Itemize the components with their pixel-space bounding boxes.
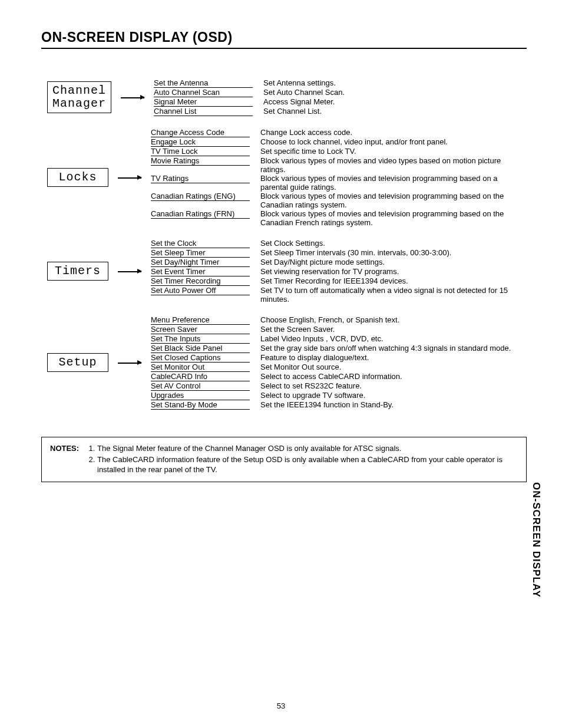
items-block: Set the AntennaSet Antenna settings.Auto… [154,78,527,116]
item-row: Set Timer RecordingSet Timer Recording f… [151,276,527,286]
item-label: Set The Inputs [151,334,250,344]
note-item: The CableCARD information feature of the… [97,454,518,475]
item-label: Change Access Code [151,128,250,137]
item-row: Canadian Ratings (ENG)Block various type… [151,192,527,209]
item-description: Block various types of movies and video … [250,156,527,174]
item-description: Access Signal Meter. [253,97,527,106]
item-description: Set Channel List. [253,107,527,116]
item-description: Block various types of movies and televi… [250,192,527,209]
item-description: Set the IEEE1394 function in Stand-By. [250,400,527,409]
item-row: Movie RatingsBlock various types of movi… [151,156,527,174]
item-label: Menu Preference [151,315,250,325]
section-row: LocksChange Access CodeChange Lock acces… [47,128,527,227]
side-tab: ON-SCREEN DISPLAY [530,482,542,598]
item-row: UpgradesSelect to upgrade TV software. [151,391,527,400]
item-description: Select to upgrade TV software. [250,391,527,400]
item-row: Set the AntennaSet Antenna settings. [154,78,527,88]
items-block: Menu PreferenceChoose English, French, o… [151,315,527,410]
item-label: Engage Lock [151,137,250,147]
category-box: Locks [47,168,108,187]
item-row: Set the ClockSet Clock Settings. [151,239,527,248]
item-row: Set Stand-By ModeSet the IEEE1394 functi… [151,400,527,410]
item-description: Feature to display dialogue/text. [250,353,527,362]
item-description: Set the gray side bars on/off when watch… [250,344,527,353]
item-row: Set Sleep TimerSet Sleep Timer intervals… [151,248,527,258]
item-label: Set Stand-By Mode [151,400,250,410]
item-row: Set Day/Night TimerSet Day/Night picture… [151,258,527,267]
item-description: Set Monitor Out source. [250,363,527,371]
arrow-icon [118,271,141,272]
item-label: Set Event Timer [151,267,250,276]
item-description: Label Video Inputs , VCR, DVD, etc. [250,334,527,343]
item-description: Set Sleep Timer intervals (30 min. inter… [250,248,527,257]
item-row: Canadian Ratings (FRN)Block various type… [151,209,527,227]
item-description: Select to access CableCARD information. [250,372,527,381]
sections-container: Channel ManagerSet the AntennaSet Antenn… [47,78,527,410]
item-description: Select to set RS232C feature. [250,381,527,390]
item-label: Set Closed Captions [151,353,250,363]
item-label: Canadian Ratings (FRN) [151,209,250,219]
item-row: Set Auto Power OffSet TV to turn off aut… [151,286,527,304]
item-row: Set The InputsLabel Video Inputs , VCR, … [151,334,527,344]
item-description: Set Antenna settings. [253,78,527,87]
item-label: Set Sleep Timer [151,248,250,258]
item-label: Upgrades [151,391,250,400]
arrow-icon [118,362,141,363]
item-description: Set specific time to Lock TV. [250,147,527,156]
item-description: Block various types of movies and televi… [250,174,527,192]
item-description: Block various types of movies and televi… [250,209,527,227]
section-row: Channel ManagerSet the AntennaSet Antenn… [47,78,527,116]
item-row: Set Event TimerSet viewing reservation f… [151,267,527,276]
item-description: Set Auto Channel Scan. [253,88,527,97]
item-description: Set TV to turn off automatically when a … [250,286,527,304]
item-row: Change Access CodeChange Lock access cod… [151,128,527,137]
item-row: Auto Channel ScanSet Auto Channel Scan. [154,88,527,97]
item-row: Engage LockChoose to lock channel, video… [151,137,527,147]
item-description: Set viewing reservation for TV programs. [250,267,527,276]
item-label: Channel List [154,107,253,116]
item-row: TV RatingsBlock various types of movies … [151,174,527,192]
page-title: ON-SCREEN DISPLAY (OSD) [41,29,527,49]
item-row: Set Closed CaptionsFeature to display di… [151,353,527,363]
item-description: Choose English, French, or Spanish text. [250,315,527,324]
item-label: Signal Meter [154,97,253,107]
notes-box: NOTES: The Signal Meter feature of the C… [41,437,527,482]
item-row: TV Time LockSet specific time to Lock TV… [151,147,527,156]
section-row: SetupMenu PreferenceChoose English, Fren… [47,315,527,410]
item-row: Set Monitor OutSet Monitor Out source. [151,363,527,372]
category-box: Channel Manager [47,81,111,113]
item-label: Set Monitor Out [151,363,250,372]
item-description: Set the Screen Saver. [250,325,527,334]
item-description: Change Lock access code. [250,128,527,137]
arrow-icon [121,97,144,98]
item-label: Set Day/Night Timer [151,258,250,267]
item-label: Movie Ratings [151,156,250,166]
item-label: Set the Antenna [154,78,253,88]
item-label: CableCARD Info [151,372,250,381]
item-label: Set Auto Power Off [151,286,250,295]
item-row: Menu PreferenceChoose English, French, o… [151,315,527,325]
item-row: Set AV ControlSelect to set RS232C featu… [151,381,527,391]
item-row: Set Black Side PanelSet the gray side ba… [151,344,527,353]
item-label: Set AV Control [151,381,250,391]
item-label: Set the Clock [151,239,250,248]
notes-list: The Signal Meter feature of the Channel … [84,443,518,476]
item-label: TV Time Lock [151,147,250,156]
items-block: Change Access CodeChange Lock access cod… [151,128,527,227]
category-box: Timers [47,262,108,281]
item-label: Canadian Ratings (ENG) [151,192,250,201]
items-block: Set the ClockSet Clock Settings.Set Slee… [151,239,527,304]
item-label: Set Timer Recording [151,276,250,286]
page-number: 53 [277,701,285,710]
section-row: TimersSet the ClockSet Clock Settings.Se… [47,239,527,304]
category-box: Setup [47,353,108,372]
item-row: Channel ListSet Channel List. [154,107,527,116]
item-label: Auto Channel Scan [154,88,253,97]
arrow-icon [118,177,141,178]
item-row: Signal MeterAccess Signal Meter. [154,97,527,107]
notes-label: NOTES: [50,443,84,476]
item-label: Set Black Side Panel [151,344,250,353]
item-description: Set Clock Settings. [250,239,527,248]
item-description: Set Timer Recording for IEEE1394 devices… [250,276,527,285]
item-label: Screen Saver [151,325,250,334]
